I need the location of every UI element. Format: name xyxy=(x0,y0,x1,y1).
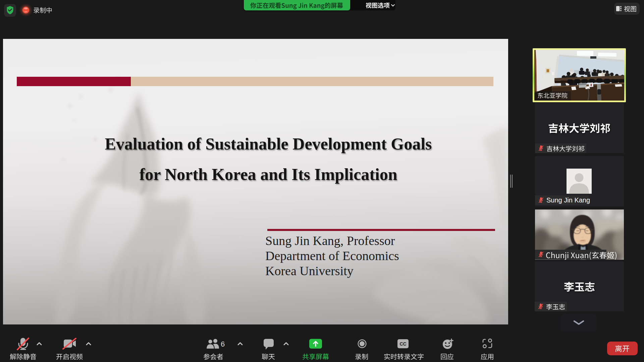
svg-text:CC: CC xyxy=(399,341,406,347)
